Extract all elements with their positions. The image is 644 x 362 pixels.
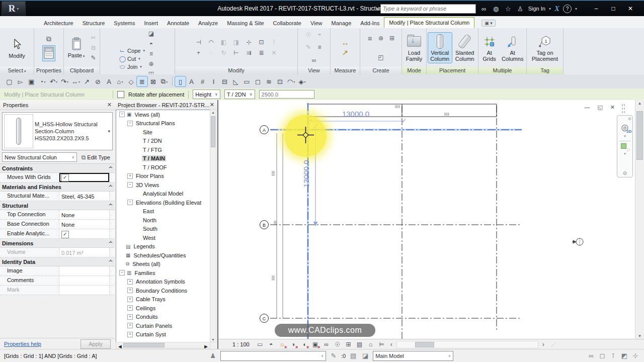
plus-expander-icon[interactable]: + (127, 323, 133, 328)
structural-wall-icon[interactable]: ⊟ (219, 76, 230, 86)
tree-item-t-main[interactable]: T / MAIN (116, 154, 210, 163)
redo-icon[interactable]: ↷ (59, 76, 70, 86)
binoculars-search-icon[interactable]: ∞ (479, 5, 489, 13)
tree-item-legends[interactable]: ▤Legends (116, 242, 210, 251)
property-row-top-connection[interactable]: Top ConnectionNone (0, 210, 115, 220)
align-icon[interactable]: ⊣ (194, 38, 203, 47)
aligned-dimension-icon[interactable]: ↗ (82, 76, 92, 86)
plus-expander-icon[interactable]: + (127, 332, 133, 337)
light-bulb-temporary-hide-icon[interactable]: ☉ (304, 30, 313, 39)
property-row-base-connection[interactable]: Base ConnectionNone (0, 220, 115, 229)
tree-item-t-ftg[interactable]: T / FTG (116, 145, 210, 154)
scroll-up-icon[interactable]: ▲ (635, 101, 644, 106)
tab-collaborate[interactable]: Collaborate (269, 18, 306, 28)
foundation-slab-icon[interactable]: ⊡ (275, 76, 285, 86)
elevation-marker-icon[interactable] (572, 238, 583, 245)
ribbon-display-toggle[interactable]: ▣ ▾ (481, 20, 496, 27)
copy-to-clipboard-icon[interactable]: ⧉ (89, 43, 98, 52)
properties-help-link[interactable]: Properties help (4, 341, 41, 347)
tab-manage[interactable]: Manage (327, 18, 356, 28)
plus-expander-icon[interactable]: + (127, 305, 133, 311)
switch-windows-icon[interactable]: ⧉ (159, 76, 170, 86)
help-icon[interactable]: ? (563, 5, 572, 13)
property-row-structural-mate[interactable]: Structural Mate...Steel, 45-345 (0, 192, 115, 201)
select-by-face-toggle-icon[interactable]: ◩ (620, 352, 629, 359)
save-file-icon[interactable]: ▣ (26, 76, 37, 86)
open-file-icon[interactable]: ▻ (15, 76, 26, 86)
structural-column-icon[interactable]: ▯ (175, 76, 186, 86)
property-row-volume[interactable]: Volume0.017 m³ (0, 248, 115, 257)
navbar-collapse-icon[interactable]: ⊖ (623, 170, 627, 176)
property-group-dimensions[interactable]: Dimensionsᄉ (0, 239, 115, 248)
browser-vertical-scrollbar[interactable]: ▲ ▼ (210, 110, 216, 342)
search-expand-icon[interactable]: ▸ (376, 6, 379, 11)
tree-item-analytical-model[interactable]: Analytical Model (116, 190, 210, 199)
plus-expander-icon[interactable]: + (127, 314, 133, 320)
cut-geometry-icon[interactable]: ◪ (146, 29, 156, 38)
tree-item-north[interactable]: North (116, 216, 210, 225)
property-row-image[interactable]: Image (0, 266, 115, 276)
checkbox[interactable]: ✓ (61, 231, 69, 238)
load-family-button[interactable]: ↓ Load Family (404, 33, 425, 63)
crop-view-icon[interactable]: ◖ (300, 340, 309, 348)
view-minimize-icon[interactable]: — (584, 104, 590, 111)
tab-insert[interactable]: Insert (140, 18, 163, 28)
sign-in-avatar-icon[interactable]: ♙ (516, 5, 525, 13)
plus-expander-icon[interactable]: + (127, 279, 133, 285)
tab-architecture[interactable]: Architecture (39, 18, 78, 28)
plus-expander-icon[interactable]: + (127, 297, 133, 302)
temporary-dimension-value-horizontal[interactable]: 13000.0 (333, 110, 378, 118)
rotate-icon[interactable]: ↻ (219, 48, 228, 57)
tree-item-cable-trays[interactable]: +Cable Trays (116, 295, 210, 304)
zoom-region-icon[interactable]: ◌ (621, 143, 629, 150)
pin-icon[interactable]: ⊺ (269, 38, 279, 47)
paste-button[interactable]: Paste▾ (65, 35, 87, 60)
property-row-enable-analytic[interactable]: Enable Analytic...✓ (0, 229, 115, 239)
tree-item-t-roof[interactable]: T / ROOF (116, 163, 210, 172)
tree-item-ceilings[interactable]: +Ceilings (116, 304, 210, 313)
split-element-icon[interactable]: ⊹ (244, 38, 254, 47)
type-selector-caret-icon[interactable]: ▾ (108, 129, 110, 134)
array-icon[interactable]: ≣ (257, 48, 266, 57)
grid-icon[interactable]: # (197, 76, 208, 86)
visual-style-icon[interactable]: ◓ (267, 340, 276, 348)
project-browser-close-icon[interactable]: ✕ (210, 102, 214, 108)
section-icon[interactable]: ◇ (126, 76, 136, 86)
thin-lines-icon[interactable]: ≣ (137, 76, 147, 86)
match-type-properties-icon[interactable]: ✎ (89, 53, 98, 62)
cutaway-view-icon[interactable]: ◓ (315, 30, 325, 39)
wall-joins-icon[interactable]: ≡ (146, 49, 156, 58)
tag-by-category-icon[interactable]: ⊘ (93, 76, 103, 86)
family-types-icon[interactable]: ⧉ (44, 35, 54, 44)
property-row-moves-with-grids[interactable]: Moves With Grids✓ (0, 173, 115, 183)
create-group-icon[interactable]: ⧈ (365, 34, 375, 43)
height-depth-dropdown[interactable]: Height∨ (193, 89, 220, 99)
rotate-after-placement-checkbox[interactable] (117, 91, 124, 98)
tree-item-t-2dn[interactable]: T / 2DN (116, 137, 210, 146)
canvas-vertical-scrollbar[interactable]: ▲ ▼ (635, 100, 644, 339)
new-file-icon[interactable]: ▢ (4, 76, 15, 86)
drag-on-selection-toggle-icon[interactable]: ⊹ (631, 352, 640, 359)
editing-requests-icon[interactable]: ✎ (329, 352, 338, 359)
glasses-view-icon[interactable]: ∞ (309, 56, 319, 65)
design-option-dropdown[interactable]: Main Model∨ (373, 351, 453, 361)
beam-system-icon[interactable]: ≋ (264, 76, 274, 86)
shadows-icon[interactable]: ◑ (289, 340, 298, 348)
temporary-dimension-value-vertical[interactable]: 13000.0 (302, 151, 310, 197)
properties-close-icon[interactable]: ✕ (107, 102, 112, 108)
tree-item-annotation-symbols[interactable]: +Annotation Symbols (116, 278, 210, 287)
hidden-lines-icon[interactable]: ≡ (315, 43, 325, 52)
resize-grip-icon[interactable]: ⋰ (551, 342, 556, 347)
insert-2d-elements-icon[interactable]: ⊞ (387, 34, 397, 43)
delete-icon[interactable]: ✕ (269, 48, 279, 57)
measure-ruler-icon[interactable]: ↔ (341, 38, 350, 47)
hide-analytical-model-icon[interactable]: ⌂ (366, 340, 375, 348)
render-icon[interactable]: ◔ (37, 76, 48, 86)
scroll-thumb[interactable] (415, 342, 434, 347)
default-3d-view-icon[interactable]: ⌂ (115, 76, 125, 86)
cut-to-clipboard-icon[interactable]: ✂ (89, 33, 98, 42)
tab-massing-site[interactable]: Massing & Site (222, 18, 268, 28)
sign-in-caret-icon[interactable]: ▾ (549, 7, 551, 11)
zoom-options-caret-icon[interactable]: ▾ (624, 152, 626, 156)
property-group-structural[interactable]: Structuralᄉ (0, 201, 115, 210)
